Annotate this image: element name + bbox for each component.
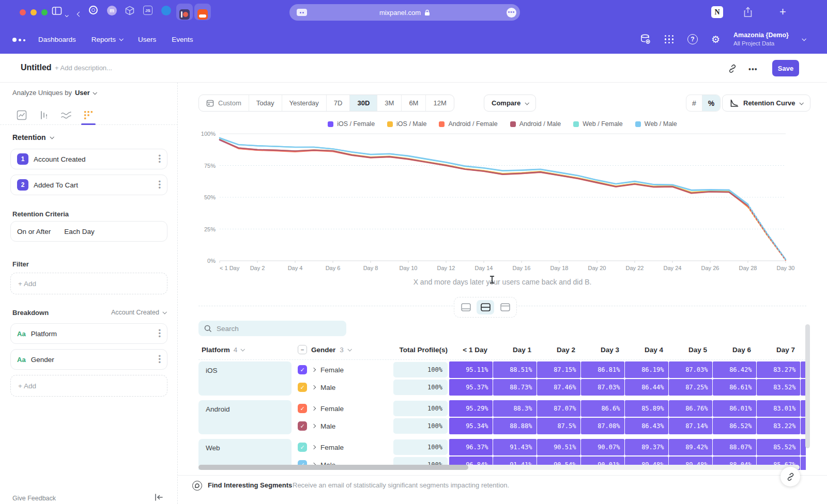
- retention-value-cell[interactable]: 83.52%: [757, 379, 800, 396]
- retention-value-cell[interactable]: 88.51%: [493, 361, 537, 378]
- legend-item[interactable]: Web / Male: [635, 120, 677, 128]
- compare-button[interactable]: Compare: [484, 94, 536, 112]
- platform-cell[interactable]: Android: [198, 400, 292, 434]
- retention-value-cell[interactable]: 87.46%: [537, 379, 580, 396]
- cube-extension[interactable]: [125, 6, 134, 15]
- retention-value-cell[interactable]: 83.27%: [757, 361, 800, 378]
- js-extension[interactable]: JS: [143, 6, 152, 15]
- retention-value-cell[interactable]: 86.61%: [713, 379, 756, 396]
- retention-value-cell[interactable]: 85.89%: [625, 400, 668, 417]
- add-breakdown-button[interactable]: + Add: [10, 375, 167, 397]
- tab-retention[interactable]: [78, 106, 99, 124]
- date-range-7d[interactable]: 7D: [327, 95, 350, 111]
- vertical-scrollbar-thumb[interactable]: [805, 324, 810, 448]
- day-column-header[interactable]: Day 3: [580, 346, 624, 354]
- expand-row-chevron-icon[interactable]: [312, 385, 316, 389]
- retention-value-cell[interactable]: 83.22%: [757, 418, 800, 434]
- m-extension[interactable]: m: [107, 6, 117, 15]
- retention-value-cell[interactable]: 87.03%: [669, 361, 712, 378]
- analyze-value[interactable]: User: [75, 89, 90, 97]
- soundcloud-extension[interactable]: [197, 9, 208, 20]
- more-options-icon[interactable]: •••: [748, 65, 758, 73]
- retention-value-cell[interactable]: 95.11%: [449, 361, 493, 378]
- series-checkbox[interactable]: ✓: [298, 404, 307, 413]
- sidebar-toggle-icon[interactable]: [52, 6, 62, 15]
- apps-grid-icon[interactable]: [665, 35, 674, 44]
- find-segments-title[interactable]: Find Interesting Segments: [208, 481, 292, 489]
- project-switcher[interactable]: Amazonia {Demo} All Project Data: [733, 32, 789, 47]
- date-range-3m[interactable]: 3M: [377, 95, 402, 111]
- retention-value-cell[interactable]: 88.3%: [493, 400, 537, 417]
- nav-item-events[interactable]: Events: [172, 36, 193, 43]
- gender-column-header[interactable]: – Gender 3: [298, 345, 393, 354]
- date-range-30d[interactable]: 30D: [350, 95, 377, 111]
- retention-value-cell[interactable]: 87.07%: [537, 400, 580, 417]
- horizontal-scrollbar-thumb[interactable]: [198, 465, 468, 470]
- data-management-icon[interactable]: [640, 34, 651, 45]
- series-checkbox[interactable]: ✓: [298, 421, 307, 431]
- give-feedback-link[interactable]: Give Feedback: [12, 495, 56, 502]
- date-range-12m[interactable]: 12M: [426, 95, 453, 111]
- retention-chart[interactable]: 100%75%50%25%0%< 1 DayDay 2Day 4Day 6Day…: [198, 129, 806, 274]
- table-search[interactable]: [198, 321, 346, 336]
- red-panel-extension[interactable]: [179, 9, 190, 20]
- series-checkbox[interactable]: ✓: [298, 443, 307, 452]
- platform-cell[interactable]: iOS: [198, 361, 292, 396]
- retention-value-cell[interactable]: 86.19%: [625, 361, 668, 378]
- nav-item-dashboards[interactable]: Dashboards: [38, 36, 76, 43]
- retention-value-cell[interactable]: 91.43%: [493, 439, 537, 455]
- url-options-icon[interactable]: •••: [507, 8, 516, 18]
- retention-criteria-card[interactable]: On or After Each Day: [10, 221, 167, 242]
- expand-row-chevron-icon[interactable]: [312, 445, 316, 449]
- step-kebab-icon[interactable]: •••: [158, 180, 161, 190]
- breakdown-kebab-icon[interactable]: •••: [158, 355, 161, 364]
- retention-value-cell[interactable]: 88.73%: [493, 379, 537, 396]
- retention-value-cell[interactable]: 86.52%: [713, 418, 756, 434]
- report-title[interactable]: Untitled: [21, 63, 52, 72]
- settings-gear-icon[interactable]: ⚙: [711, 34, 720, 45]
- day-column-header[interactable]: Day 7: [756, 346, 800, 354]
- legend-item[interactable]: iOS / Male: [387, 120, 426, 128]
- gender-cell[interactable]: ✓Male: [298, 383, 393, 392]
- legend-item[interactable]: Android / Male: [510, 120, 561, 128]
- nav-item-users[interactable]: Users: [138, 36, 156, 43]
- tab-funnels[interactable]: [34, 106, 54, 124]
- mixpanel-logo[interactable]: [12, 37, 30, 42]
- layout-chart-only-button[interactable]: [457, 300, 474, 314]
- legend-item[interactable]: iOS / Female: [328, 120, 375, 128]
- retention-value-cell[interactable]: 86.01%: [713, 400, 756, 417]
- retention-value-cell[interactable]: 86.43%: [625, 418, 668, 434]
- total-column-header[interactable]: Total Profile(s): [393, 346, 448, 354]
- retention-step-1[interactable]: 1 Account Created •••: [10, 149, 167, 169]
- horizontal-scrollbar[interactable]: [198, 465, 800, 470]
- date-range-6m[interactable]: 6M: [402, 95, 426, 111]
- criteria-operator[interactable]: On or After: [17, 228, 51, 235]
- retention-section-label[interactable]: Retention: [12, 133, 53, 141]
- absolute-values-toggle[interactable]: #: [686, 95, 702, 111]
- date-range-yesterday[interactable]: Yesterday: [282, 95, 327, 111]
- retention-value-cell[interactable]: 86.42%: [713, 361, 756, 378]
- retention-value-cell[interactable]: 89.37%: [625, 439, 668, 455]
- retention-value-cell[interactable]: 95.34%: [449, 418, 493, 434]
- date-range-today[interactable]: Today: [249, 95, 282, 111]
- day-column-header[interactable]: Day 5: [668, 346, 712, 354]
- gender-cell[interactable]: ✓Female: [298, 365, 393, 374]
- save-button[interactable]: Save: [772, 60, 799, 76]
- retention-value-cell[interactable]: 88.07%: [713, 439, 756, 455]
- notion-tab-icon[interactable]: N: [711, 6, 723, 18]
- breakdown-scope-selector[interactable]: Account Created: [111, 309, 166, 316]
- bird-extension[interactable]: [161, 6, 171, 15]
- series-checkbox[interactable]: ✓: [298, 383, 307, 392]
- share-link-fab[interactable]: [780, 467, 800, 486]
- breakdown-platform[interactable]: Aa Platform •••: [10, 323, 167, 344]
- add-filter-button[interactable]: + Add: [10, 273, 167, 294]
- retention-value-cell[interactable]: 87.14%: [669, 418, 712, 434]
- nav-item-reports[interactable]: Reports: [91, 36, 122, 43]
- retention-value-cell[interactable]: 95.37%: [449, 379, 493, 396]
- retention-value-cell[interactable]: 86.81%: [581, 361, 624, 378]
- share-icon[interactable]: [743, 7, 753, 18]
- add-description[interactable]: + Add description...: [55, 64, 112, 72]
- table-search-input[interactable]: [217, 325, 330, 333]
- layout-split-button[interactable]: [477, 300, 494, 314]
- retention-value-cell[interactable]: 87.03%: [581, 379, 624, 396]
